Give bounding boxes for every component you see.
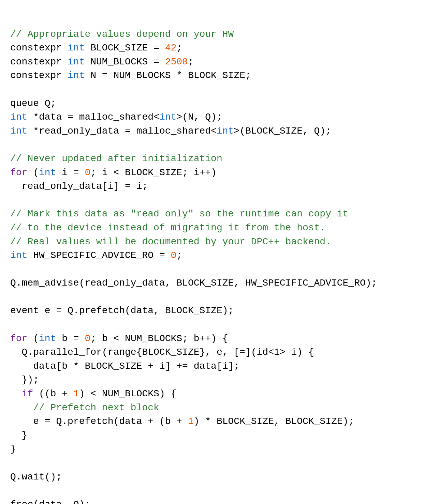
code-token: int xyxy=(68,57,85,67)
code-line: constexpr int N = NUM_BLOCKS * BLOCK_SIZ… xyxy=(10,69,428,83)
code-token: // Appropriate values depend on your HW xyxy=(10,29,234,40)
code-line: // Appropriate values depend on your HW xyxy=(10,28,428,42)
code-token: // Real values will be documented by you… xyxy=(10,236,331,247)
code-token: 1 xyxy=(73,388,79,399)
code-token: }); xyxy=(10,375,39,385)
code-line: queue Q; xyxy=(10,97,428,111)
code-token: ; xyxy=(188,57,194,67)
code-token: ; i < BLOCK_SIZE; i++) xyxy=(90,167,217,178)
code-token: *read_only_data = malloc_shared< xyxy=(27,126,217,136)
code-line: } xyxy=(10,429,428,443)
code-token: HW_SPECIFIC_ADVICE_RO = xyxy=(27,250,171,261)
code-token: event e = Q.prefetch(data, BLOCK_SIZE); xyxy=(10,305,234,316)
code-line: e = Q.prefetch(data + (b + 1) * BLOCK_SI… xyxy=(10,415,428,429)
code-line: int HW_SPECIFIC_ADVICE_RO = 0; xyxy=(10,249,428,263)
code-token: int xyxy=(10,112,27,122)
code-token: N = NUM_BLOCKS * BLOCK_SIZE; xyxy=(85,70,251,81)
code-token: ( xyxy=(27,333,39,344)
code-token: Q.wait(); xyxy=(10,472,62,482)
code-token: >(BLOCK_SIZE, Q); xyxy=(234,126,331,136)
code-token: 0 xyxy=(85,333,90,344)
code-line xyxy=(10,290,428,304)
code-line: Q.wait(); xyxy=(10,470,428,484)
code-token: free(data, Q); xyxy=(10,499,90,504)
code-token: NUM_BLOCKS = xyxy=(85,57,165,67)
code-token: int xyxy=(159,112,176,122)
code-token: constexpr xyxy=(10,57,68,67)
code-token: BLOCK_SIZE = xyxy=(85,43,165,53)
code-line: Q.mem_advise(read_only_data, BLOCK_SIZE,… xyxy=(10,276,428,290)
code-token: 42 xyxy=(165,43,177,53)
code-token: int xyxy=(39,167,56,178)
code-token: int xyxy=(217,126,234,136)
code-token: ) < NUM_BLOCKS) { xyxy=(79,388,177,399)
code-token: 0 xyxy=(85,167,90,178)
code-token: Q.mem_advise(read_only_data, BLOCK_SIZE,… xyxy=(10,278,377,288)
code-line: // to the device instead of migrating it… xyxy=(10,221,428,235)
code-line xyxy=(10,318,428,332)
code-line xyxy=(10,456,428,470)
code-token: ; b < NUM_BLOCKS; b++) { xyxy=(90,333,228,344)
code-token: // to the device instead of migrating it… xyxy=(10,223,325,233)
code-token: <1> i) { xyxy=(268,347,314,357)
code-token: // Prefetch next block xyxy=(10,402,159,413)
code-line: read_only_data[i] = i; xyxy=(10,180,428,194)
code-token: e = Q.prefetch(data + (b + xyxy=(10,416,188,427)
code-line: if ((b + 1) < NUM_BLOCKS) { xyxy=(10,387,428,401)
code-token: if xyxy=(10,388,33,399)
code-token: queue Q; xyxy=(10,98,56,109)
code-line: }); xyxy=(10,373,428,387)
code-token: Q.parallel_for(range{BLOCK_SIZE}, e, [=]… xyxy=(10,347,257,357)
code-line xyxy=(10,138,428,152)
code-token: ((b + xyxy=(33,388,73,399)
code-line: // Never updated after initialization xyxy=(10,152,428,166)
code-line: for (int i = 0; i < BLOCK_SIZE; i++) xyxy=(10,166,428,180)
code-line: constexpr int NUM_BLOCKS = 2500; xyxy=(10,55,428,69)
code-token: i = xyxy=(56,167,85,178)
code-token: int xyxy=(10,250,27,261)
code-token: 2500 xyxy=(165,57,188,67)
code-token: b = xyxy=(56,333,85,344)
code-token: data[b * BLOCK_SIZE + i] += data[i]; xyxy=(10,361,239,371)
code-line: // Mark this data as "read only" so the … xyxy=(10,207,428,221)
code-token: // Never updated after initialization xyxy=(10,153,222,164)
code-block: // Appropriate values depend on your HWc… xyxy=(10,14,428,504)
code-token: id xyxy=(257,347,268,357)
code-token: 1 xyxy=(188,416,194,427)
code-line: // Prefetch next block xyxy=(10,401,428,415)
code-token: constexpr xyxy=(10,43,68,53)
code-line: int *read_only_data = malloc_shared<int>… xyxy=(10,124,428,138)
code-line: data[b * BLOCK_SIZE + i] += data[i]; xyxy=(10,360,428,373)
code-line: for (int b = 0; b < NUM_BLOCKS; b++) { xyxy=(10,332,428,346)
code-token: int xyxy=(68,70,85,81)
code-token: constexpr xyxy=(10,70,68,81)
code-token: // Mark this data as "read only" so the … xyxy=(10,209,348,219)
code-line xyxy=(10,194,428,208)
code-token: } xyxy=(10,430,27,441)
code-token: ; xyxy=(176,43,182,53)
code-line: free(data, Q); xyxy=(10,498,428,504)
code-token: int xyxy=(39,333,56,344)
code-token: >(N, Q); xyxy=(176,112,222,122)
code-line: constexpr int BLOCK_SIZE = 42; xyxy=(10,41,428,55)
code-line: int *data = malloc_shared<int>(N, Q); xyxy=(10,110,428,124)
code-token: 0 xyxy=(171,250,177,261)
code-token: ( xyxy=(27,167,39,178)
code-line xyxy=(10,263,428,277)
code-token: for xyxy=(10,333,27,344)
code-token: for xyxy=(10,167,27,178)
code-line xyxy=(10,83,428,97)
code-line: // Real values will be documented by you… xyxy=(10,235,428,249)
code-token: read_only_data[i] = i; xyxy=(10,181,148,192)
code-line: Q.parallel_for(range{BLOCK_SIZE}, e, [=]… xyxy=(10,346,428,360)
code-token: *data = malloc_shared< xyxy=(27,112,159,122)
code-line xyxy=(10,484,428,498)
code-line: } xyxy=(10,442,428,456)
code-token: ; xyxy=(176,250,182,261)
code-token: } xyxy=(10,444,16,454)
code-token: int xyxy=(10,126,27,136)
code-token: int xyxy=(68,43,85,53)
code-token: ) * BLOCK_SIZE, BLOCK_SIZE); xyxy=(194,416,354,427)
code-line: event e = Q.prefetch(data, BLOCK_SIZE); xyxy=(10,304,428,318)
